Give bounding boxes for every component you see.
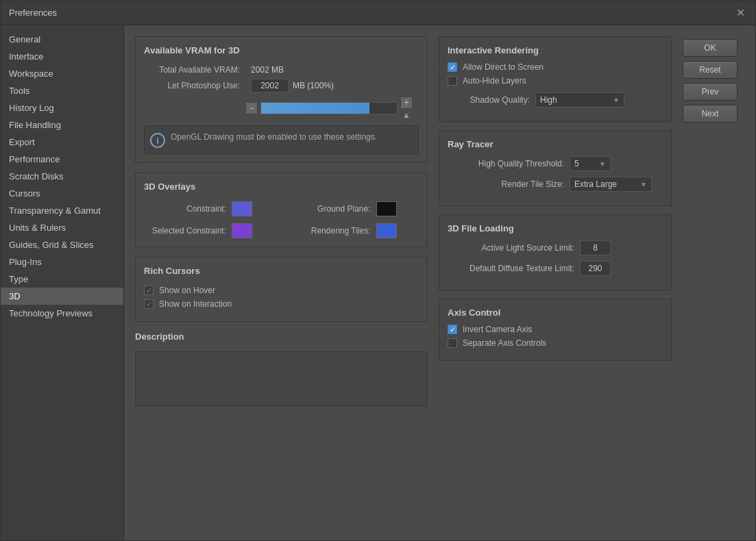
render-tile-row: Render Tile Size: Extra Large ▼ <box>448 177 663 192</box>
sidebar-item-general[interactable]: General <box>1 31 123 48</box>
total-vram-value: 2002 MB <box>251 65 284 75</box>
sidebar-item-guides,-grid--slices[interactable]: Guides, Grid & Slices <box>1 236 123 253</box>
file-loading-title: 3D File Loading <box>448 223 663 234</box>
sidebar-item-plug-ins[interactable]: Plug-Ins <box>1 253 123 270</box>
overlays-section: 3D Overlays Constraint: Ground Plane: Se… <box>135 173 428 247</box>
sidebar-item-export[interactable]: Export <box>1 134 123 151</box>
render-tile-arrow: ▼ <box>640 181 647 188</box>
invert-camera-row: Invert Camera Axis <box>448 325 663 334</box>
selected-constraint-row: Selected Constraint: <box>144 223 275 238</box>
ground-plane-row: Ground Plane: <box>289 201 419 216</box>
hq-threshold-row: High Quality Threshold: 5 ▼ <box>448 156 663 171</box>
dialog-title: Preferences <box>9 8 733 18</box>
hq-threshold-arrow: ▼ <box>599 160 606 168</box>
description-content <box>135 351 428 406</box>
rich-cursors-section: Rich Cursors Show on Hover Show on Inter… <box>135 257 428 322</box>
vram-suffix: MB (100%) <box>293 81 334 90</box>
slider-plus-btn[interactable]: + <box>400 97 413 109</box>
show-interaction-checkbox[interactable] <box>144 299 154 309</box>
slider-minus-btn[interactable]: − <box>245 102 258 114</box>
show-interaction-row: Show on Interaction <box>144 299 419 309</box>
info-box: i OpenGL Drawing must be enabled to use … <box>144 125 419 154</box>
show-interaction-label: Show on Interaction <box>159 299 232 309</box>
show-hover-row: Show on Hover <box>144 286 419 295</box>
file-loading-section: 3D File Loading Active Light Source Limi… <box>439 214 672 290</box>
sidebar-item-file-handling[interactable]: File Handling <box>1 116 123 134</box>
ok-button[interactable]: OK <box>683 39 737 57</box>
use-vram-label: Let Photoshop Use: <box>144 81 240 90</box>
sidebar-item-technology-previews[interactable]: Technology Previews <box>1 305 123 322</box>
total-vram-label: Total Available VRAM: <box>144 65 240 75</box>
render-tile-value: Extra Large <box>574 179 617 189</box>
active-light-input[interactable] <box>580 240 611 255</box>
sidebar-item-scratch-disks[interactable]: Scratch Disks <box>1 168 123 185</box>
ray-tracer-section: Ray Tracer High Quality Threshold: 5 ▼ R… <box>439 130 672 206</box>
overlays-grid: Constraint: Ground Plane: Selected Const… <box>144 201 419 238</box>
shadow-quality-label: Shadow Quality: <box>448 95 530 105</box>
selected-constraint-swatch[interactable] <box>232 223 252 238</box>
buttons-panel: OK Reset Prev Next <box>683 36 744 529</box>
interactive-rendering-section: Interactive Rendering Allow Direct to Sc… <box>439 36 672 122</box>
diffuse-texture-input[interactable] <box>580 261 611 276</box>
auto-hide-row: Auto-Hide Layers <box>448 76 663 86</box>
hq-threshold-label: High Quality Threshold: <box>448 159 564 168</box>
diffuse-texture-label: Default Diffuse Texture Limit: <box>448 264 574 273</box>
sidebar-item-tools[interactable]: Tools <box>1 82 123 99</box>
hq-threshold-dropdown[interactable]: 5 ▼ <box>570 156 611 171</box>
sidebar-item-units--rulers[interactable]: Units & Rulers <box>1 219 123 236</box>
allow-direct-label: Allow Direct to Screen <box>463 62 544 72</box>
auto-hide-checkbox[interactable] <box>448 76 457 86</box>
shadow-quality-value: High <box>540 95 557 105</box>
invert-camera-label: Invert Camera Axis <box>463 325 532 334</box>
title-bar: Preferences ✕ <box>1 1 755 25</box>
sidebar-item-performance[interactable]: Performance <box>1 151 123 168</box>
axis-control-section: Axis Control Invert Camera Axis Separate… <box>439 299 672 361</box>
vram-title: Available VRAM for 3D <box>144 45 419 58</box>
allow-direct-checkbox[interactable] <box>448 62 457 72</box>
constraint-label: Constraint: <box>144 204 226 214</box>
sidebar-item-workspace[interactable]: Workspace <box>1 65 123 82</box>
axis-control-title: Axis Control <box>448 307 663 318</box>
main-content: Available VRAM for 3D Total Available VR… <box>124 25 755 540</box>
use-vram-row: Let Photoshop Use: MB (100%) <box>144 79 419 92</box>
active-light-row: Active Light Source Limit: <box>448 240 663 255</box>
reset-button[interactable]: Reset <box>683 61 737 79</box>
rendering-tiles-label: Rendering Tiles: <box>289 226 371 236</box>
total-vram-row: Total Available VRAM: 2002 MB <box>144 65 419 75</box>
render-tile-dropdown[interactable]: Extra Large ▼ <box>570 177 652 192</box>
sidebar-item-history-log[interactable]: History Log <box>1 99 123 116</box>
left-panel: Available VRAM for 3D Total Available VR… <box>135 36 428 529</box>
info-text: OpenGL Drawing must be enabled to use th… <box>171 131 377 143</box>
info-icon: i <box>150 133 165 148</box>
shadow-quality-arrow: ▼ <box>613 97 620 104</box>
constraint-row: Constraint: <box>144 201 275 216</box>
prev-button[interactable]: Prev <box>683 83 737 101</box>
ground-plane-swatch[interactable] <box>376 201 397 216</box>
sidebar-item-3d[interactable]: 3D <box>1 288 123 305</box>
sidebar-item-interface[interactable]: Interface <box>1 48 123 65</box>
auto-hide-label: Auto-Hide Layers <box>463 76 526 86</box>
preferences-dialog: Preferences ✕ GeneralInterfaceWorkspaceT… <box>0 0 756 541</box>
render-tile-label: Render Tile Size: <box>448 179 564 189</box>
shadow-quality-dropdown[interactable]: High ▼ <box>535 92 624 108</box>
show-hover-checkbox[interactable] <box>144 286 154 295</box>
separate-axis-checkbox[interactable] <box>448 338 457 348</box>
constraint-swatch[interactable] <box>232 201 252 216</box>
slider-fill <box>261 103 369 114</box>
sidebar: GeneralInterfaceWorkspaceToolsHistory Lo… <box>1 25 124 540</box>
ray-tracer-title: Ray Tracer <box>448 139 663 149</box>
close-button[interactable]: ✕ <box>733 6 747 20</box>
slider-arrow-down: ▲ <box>402 110 411 120</box>
vram-input[interactable] <box>251 79 289 92</box>
sidebar-item-cursors[interactable]: Cursors <box>1 185 123 202</box>
sidebar-item-transparency--gamut[interactable]: Transparency & Gamut <box>1 202 123 219</box>
rendering-tiles-swatch[interactable] <box>376 223 397 238</box>
invert-camera-checkbox[interactable] <box>448 325 457 334</box>
description-section: Description <box>135 331 428 406</box>
right-panel: Interactive Rendering Allow Direct to Sc… <box>439 36 672 529</box>
next-button[interactable]: Next <box>683 105 737 123</box>
rendering-tiles-row: Rendering Tiles: <box>289 223 419 238</box>
sidebar-item-type[interactable]: Type <box>1 270 123 288</box>
vram-slider-track[interactable] <box>260 102 398 114</box>
vram-section: Available VRAM for 3D Total Available VR… <box>135 36 428 163</box>
